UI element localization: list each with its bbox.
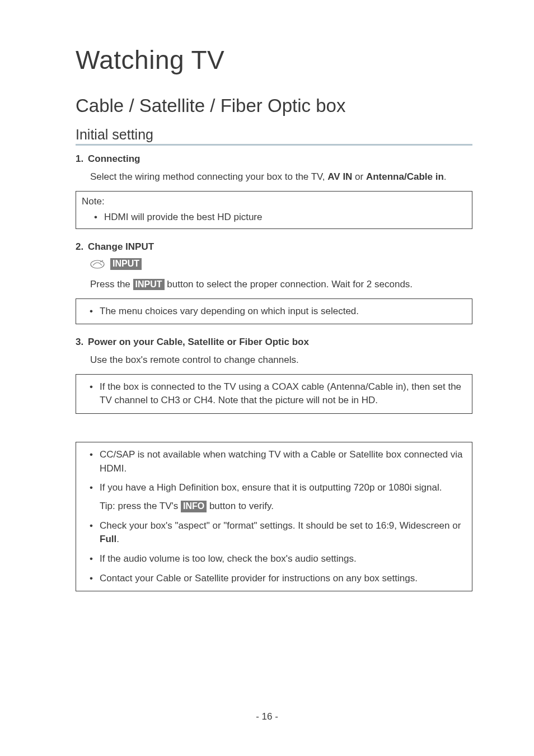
step-1-text-mid: or [352,171,366,182]
section-title: Cable / Satellite / Fiber Optic box [76,95,472,116]
bullet-list-3: CC/SAP is not available when watching TV… [77,448,466,585]
list-item: The menu choices vary depending on which… [90,305,466,319]
list-item-post: . [116,534,119,544]
subsection-divider: Initial setting [76,127,472,146]
step-1-text-post: . [444,171,447,182]
list-item-text: If you have a High Definition box, ensur… [100,482,442,493]
bullet-box-2: If the box is connected to the TV using … [76,374,472,414]
bullet-box-3: CC/SAP is not available when watching TV… [76,442,472,591]
step-1-heading: 1.Connecting [76,153,472,165]
step-1-text-pre: Select the wiring method connecting your… [90,171,327,182]
step-1-bold-1: AV IN [327,171,352,182]
list-item-pre: Check your box's "aspect" or "format" se… [100,520,461,531]
step-3-body: Use the box's remote control to change c… [90,353,472,367]
step-1-number: 1. [76,153,88,165]
note-bullet-item: HDMI will provide the best HD picture [94,211,466,225]
remote-icon [90,260,104,269]
tip-line: Tip: press the TV's INFO button to verif… [100,500,466,514]
tip-pre: Tip: press the TV's [100,501,181,511]
page-number: - 16 - [0,711,534,722]
step-1-body: Select the wiring method connecting your… [90,170,472,184]
list-item: CC/SAP is not available when watching TV… [90,448,466,475]
note-box: Note: HDMI will provide the best HD pict… [76,191,472,230]
note-bullet-list: HDMI will provide the best HD picture [82,211,466,225]
step-2-number: 2. [76,241,88,253]
note-label: Note: [82,196,466,207]
bullet-box-1: The menu choices vary depending on which… [76,298,472,325]
input-button-chip: INPUT [110,258,142,270]
step-2-heading: 2.Change INPUT [76,241,472,253]
step-1-title: Connecting [88,153,140,164]
step-3-number: 3. [76,337,88,348]
input-button-inline: INPUT [133,279,165,291]
list-item-bold: Full [100,534,116,544]
list-item: If the audio volume is too low, check th… [90,552,466,566]
subsection-title: Initial setting [76,127,472,143]
remote-button-row: INPUT [90,258,472,270]
step-2-title: Change INPUT [88,241,154,252]
bullet-list-2: If the box is connected to the TV using … [77,380,466,408]
list-item: If you have a High Definition box, ensur… [90,481,466,513]
list-item: Contact your Cable or Satellite provider… [90,572,466,586]
step-2-text-post: button to select the proper connection. … [165,279,413,290]
step-3-heading: 3.Power on your Cable, Satellite or Fibe… [76,337,472,348]
list-item: If the box is connected to the TV using … [90,380,466,408]
page-title: Watching TV [76,45,472,75]
info-button-inline: INFO [181,501,207,512]
step-3-title: Power on your Cable, Satellite or Fiber … [88,337,309,347]
tip-post: button to verify. [207,501,274,511]
step-2-text-pre: Press the [90,279,133,290]
step-1-bold-2: Antenna/Cable in [366,171,444,182]
list-item: Check your box's "aspect" or "format" se… [90,519,466,547]
step-2-body: Press the INPUT button to select the pro… [90,278,472,292]
svg-point-0 [91,260,104,268]
bullet-list-1: The menu choices vary depending on which… [77,305,466,319]
